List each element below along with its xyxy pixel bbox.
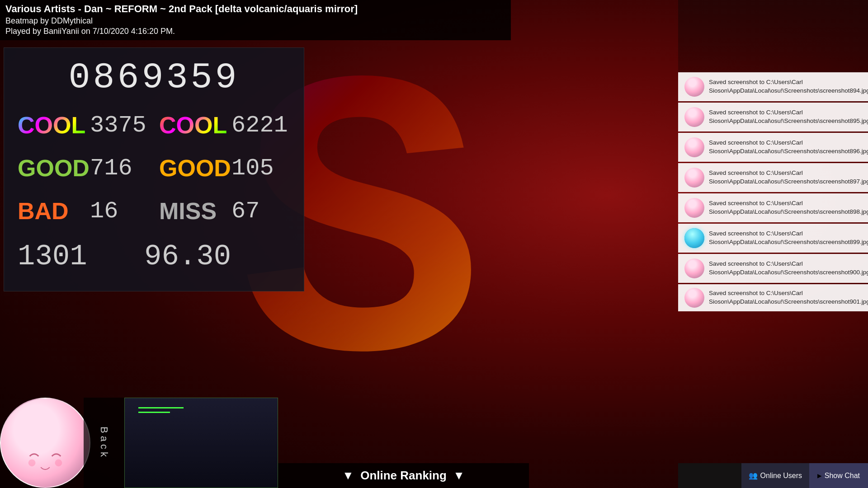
- cool-right-value: 6221: [231, 112, 290, 139]
- notif-avatar-3: [684, 137, 704, 157]
- preview-box: [124, 398, 278, 488]
- cool-row: COOL 3375 COOL 6221: [18, 112, 290, 139]
- notif-avatar-inner-3: [684, 137, 704, 157]
- notif-avatar-inner-8: [684, 288, 704, 308]
- cool-left-label: COOL: [18, 112, 90, 139]
- online-users-label: Online Users: [760, 472, 802, 480]
- notif-avatar-1: [684, 77, 704, 97]
- header: Various Artists - Dan ~ REFORM ~ 2nd Pac…: [0, 0, 511, 40]
- notification-4: Saved screenshot to C:\Users\Carl Sioson…: [678, 163, 868, 192]
- online-users-button[interactable]: 👥 Online Users: [741, 463, 809, 488]
- online-ranking-label: ▼ Online Ranking ▼: [342, 469, 465, 483]
- notification-8: Saved screenshot to C:\Users\Carl Sioson…: [678, 284, 868, 311]
- online-users-icon: 👥: [749, 471, 758, 480]
- bad-miss-row: BAD 16 MISS 67: [18, 197, 290, 225]
- cool-right-label: COOL: [159, 112, 231, 139]
- show-chat-label: Show Chat: [825, 472, 860, 480]
- notif-text-4: Saved screenshot to C:\Users\Carl Sioson…: [709, 169, 868, 186]
- miss-value: 67: [231, 198, 290, 225]
- avatar: [0, 398, 90, 488]
- preview-line-2: [138, 412, 170, 413]
- avatar-face: [1, 399, 90, 487]
- score-number: 0869359: [18, 57, 290, 98]
- notification-5: Saved screenshot to C:\Users\Carl Sioson…: [678, 193, 868, 222]
- notif-avatar-2: [684, 107, 704, 127]
- notification-7: Saved screenshot to C:\Users\Carl Sioson…: [678, 254, 868, 283]
- played-info: Played by BaniiYanii on 7/10/2020 4:16:2…: [5, 26, 505, 37]
- notifications-panel: Saved screenshot to C:\Users\Carl Sioson…: [678, 0, 868, 488]
- notif-text-1: Saved screenshot to C:\Users\Carl Sioson…: [709, 78, 868, 95]
- notif-avatar-inner-4: [684, 168, 704, 188]
- notif-avatar-inner-6: [684, 228, 704, 248]
- notification-3: Saved screenshot to C:\Users\Carl Sioson…: [678, 133, 868, 162]
- miss-label: MISS: [159, 197, 231, 225]
- good-left-label: GOOD: [18, 155, 90, 182]
- notif-avatar-4: [684, 168, 704, 188]
- notif-text-6: Saved screenshot to C:\Users\Carl Sioson…: [709, 230, 868, 247]
- good-right-label: GOOD: [159, 155, 231, 182]
- combo-value: 1301: [18, 240, 108, 273]
- notif-avatar-5: [684, 198, 704, 218]
- good-right-value: 105: [231, 155, 290, 182]
- notif-avatar-inner-2: [684, 107, 704, 127]
- good-left-value: 716: [90, 155, 149, 182]
- notif-avatar-inner-5: [684, 198, 704, 218]
- good-row: GOOD 716 GOOD 105: [18, 155, 290, 182]
- notif-avatar-8: [684, 288, 704, 308]
- online-ranking-right-arrow: ▼: [453, 469, 465, 482]
- online-ranking-button[interactable]: ▼ Online Ranking ▼: [278, 463, 529, 488]
- show-chat-button[interactable]: ▶ Show Chat: [809, 463, 868, 488]
- notif-text-3: Saved screenshot to C:\Users\Carl Sioson…: [709, 139, 868, 156]
- score-panel: 0869359 COOL 3375 COOL 6221 GOOD 716 GOO…: [4, 47, 304, 291]
- preview-inner: [125, 398, 278, 488]
- notif-avatar-inner-7: [684, 258, 704, 278]
- online-ranking-text: Online Ranking: [360, 469, 447, 482]
- bad-label: BAD: [18, 197, 90, 225]
- avatar-details: [23, 447, 67, 474]
- notification-1: Saved screenshot to C:\Users\Carl Sioson…: [678, 72, 868, 101]
- beatmap-info: Beatmap by DDMythical: [5, 16, 505, 26]
- notif-text-8: Saved screenshot to C:\Users\Carl Sioson…: [709, 289, 868, 306]
- notif-text-2: Saved screenshot to C:\Users\Carl Sioson…: [709, 108, 868, 126]
- show-chat-icon: ▶: [817, 471, 822, 480]
- accuracy-value: 96.30: [144, 240, 235, 273]
- notif-avatar-6: [684, 228, 704, 248]
- back-button[interactable]: Back: [84, 398, 124, 488]
- notif-avatar-inner-1: [684, 77, 704, 97]
- cool-left-value: 3375: [90, 112, 149, 139]
- bottom-bar: 👥 Online Users ▶ Show Chat: [678, 463, 868, 488]
- notification-6: Saved screenshot to C:\Users\Carl Sioson…: [678, 224, 868, 253]
- online-ranking-left-arrow: ▼: [342, 469, 354, 482]
- notif-text-5: Saved screenshot to C:\Users\Carl Sioson…: [709, 199, 868, 216]
- svg-point-0: [28, 459, 36, 466]
- svg-point-1: [55, 459, 62, 466]
- song-title: Various Artists - Dan ~ REFORM ~ 2nd Pac…: [5, 3, 505, 16]
- notif-avatar-7: [684, 258, 704, 278]
- combo-accuracy-row: 1301 96.30: [18, 240, 290, 273]
- notification-2: Saved screenshot to C:\Users\Carl Sioson…: [678, 103, 868, 131]
- preview-line-1: [138, 407, 184, 408]
- bad-value: 16: [90, 198, 149, 225]
- back-label: Back: [98, 427, 110, 460]
- notif-text-7: Saved screenshot to C:\Users\Carl Sioson…: [709, 260, 868, 277]
